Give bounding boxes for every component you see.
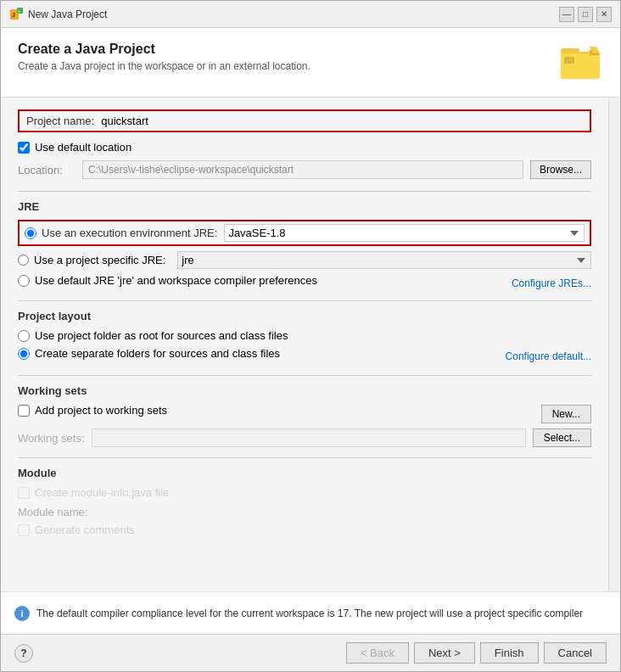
jre-option3-label: Use default JRE 'jre' and workspace comp… (35, 274, 317, 287)
location-input[interactable] (82, 160, 523, 179)
working-sets-header: Add project to working sets New... (18, 404, 591, 423)
layout-option1-row: Use project folder as root for sources a… (18, 329, 591, 342)
use-default-location-label: Use default location (35, 141, 131, 154)
java-project-icon: J + (9, 8, 23, 21)
jre-option3-radio-row: Use default JRE 'jre' and workspace comp… (18, 274, 317, 287)
main-content-area: Project name: Use default location Locat… (1, 98, 620, 591)
title-bar-buttons: — □ ✕ (559, 7, 612, 22)
working-sets-dropdown[interactable] (92, 428, 526, 447)
header-text: Create a Java Project Create a Java proj… (18, 42, 310, 72)
layout-option2-radio[interactable] (18, 348, 30, 360)
module-section: Module Create module-info.java file Modu… (18, 467, 591, 536)
module-name-label: Module name: (18, 506, 87, 518)
use-default-location-row: Use default location (18, 141, 591, 154)
create-module-checkbox[interactable] (18, 487, 30, 499)
jre-option2-radio[interactable] (18, 255, 29, 266)
project-name-box: Project name: (18, 109, 591, 132)
header-section: Create a Java Project Create a Java proj… (1, 28, 620, 98)
project-name-input[interactable] (101, 115, 583, 127)
create-module-row: Create module-info.java file (18, 486, 591, 499)
info-bar: i The default compiler compliance level … (1, 591, 620, 634)
project-name-label: Project name: (26, 115, 94, 127)
project-layout-label: Project layout (18, 310, 591, 322)
layout-option2-row: Create separate folders for sources and … (18, 347, 280, 360)
maximize-button[interactable]: □ (578, 7, 593, 22)
module-section-label: Module (18, 467, 591, 479)
jre-env-row: Use an execution environment JRE: JavaSE… (18, 220, 591, 246)
close-button[interactable]: ✕ (596, 7, 612, 22)
select-working-set-button[interactable]: Select... (533, 428, 591, 447)
scrollbar[interactable] (608, 98, 620, 591)
help-button[interactable]: ? (14, 644, 33, 663)
title-bar: J + New Java Project — □ ✕ (1, 1, 620, 28)
svg-text:J: J (12, 12, 15, 18)
project-layout-section: Project layout Use project folder as roo… (18, 310, 591, 365)
generate-comments-row: Generate comments (18, 524, 591, 536)
layout-option2-label: Create separate folders for sources and … (35, 347, 280, 360)
generate-comments-label: Generate comments (35, 524, 135, 536)
generate-comments-checkbox[interactable] (18, 524, 30, 536)
location-row: Location: Browse... (18, 160, 591, 179)
bottom-right: < Back Next > Finish Cancel (346, 642, 607, 664)
configure-default-link[interactable]: Configure default... (506, 350, 591, 362)
jre-option1-radio[interactable] (25, 227, 36, 239)
jre-option3-radio[interactable] (18, 275, 30, 287)
layout-option1-label: Use project folder as root for sources a… (35, 329, 288, 342)
info-text: The default compiler compliance level fo… (36, 608, 583, 619)
next-button[interactable]: Next > (414, 642, 475, 664)
jre-specific-select[interactable]: jre (177, 251, 591, 269)
layout-option1-radio[interactable] (18, 330, 30, 342)
back-button[interactable]: < Back (346, 642, 409, 664)
page-subtitle: Create a Java project in the workspace o… (18, 60, 310, 72)
add-to-working-sets-row: Add project to working sets (18, 404, 167, 417)
create-module-label: Create module-info.java file (35, 486, 169, 499)
browse-button[interactable]: Browse... (530, 160, 591, 179)
cancel-button[interactable]: Cancel (544, 642, 607, 664)
jre-option2-label: Use a project specific JRE: (34, 254, 165, 266)
new-working-set-button[interactable]: New... (541, 405, 591, 423)
use-default-location-checkbox[interactable] (18, 142, 30, 154)
form-area: Project name: Use default location Locat… (1, 98, 608, 591)
svg-text:+: + (18, 8, 21, 14)
working-sets-section: Working sets Add project to working sets… (18, 384, 591, 447)
svg-rect-7 (564, 57, 574, 64)
working-sets-label: Working sets: (18, 432, 85, 445)
window: J + New Java Project — □ ✕ Create a Java… (0, 0, 621, 672)
jre-section-label: JRE (18, 200, 591, 213)
bottom-bar: ? < Back Next > Finish Cancel (1, 634, 620, 671)
add-to-working-sets-label: Add project to working sets (35, 404, 167, 417)
minimize-button[interactable]: — (559, 7, 574, 22)
jre-option1-label: Use an execution environment JRE: (42, 227, 217, 239)
working-sets-select-row: Working sets: Select... (18, 428, 591, 447)
finish-button[interactable]: Finish (480, 642, 539, 664)
jre-env-select[interactable]: JavaSE-1.8 (224, 224, 585, 242)
bottom-left: ? (14, 644, 33, 663)
window-title: New Java Project (28, 8, 107, 20)
folder-icon (559, 42, 603, 85)
title-bar-left: J + New Java Project (9, 8, 107, 21)
info-icon: i (14, 606, 30, 621)
configure-jres-link[interactable]: Configure JREs... (512, 277, 591, 289)
page-title: Create a Java Project (18, 42, 310, 57)
jre-specific-row: Use a project specific JRE: jre (18, 251, 591, 269)
working-sets-section-label: Working sets (18, 384, 591, 397)
jre-default-row: Use default JRE 'jre' and workspace comp… (18, 274, 591, 292)
location-label: Location: (18, 164, 76, 176)
add-to-working-sets-checkbox[interactable] (18, 405, 30, 417)
